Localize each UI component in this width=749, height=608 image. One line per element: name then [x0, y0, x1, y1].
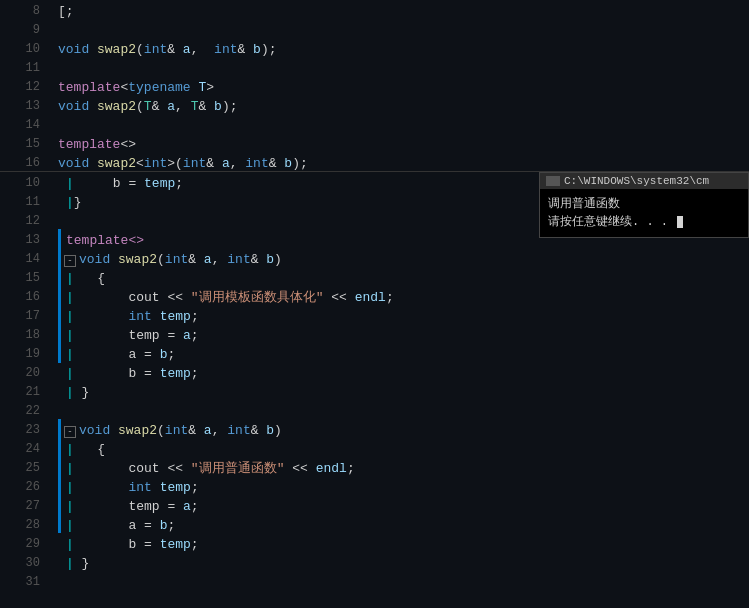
tok: ; [191, 537, 199, 552]
tok: temp [160, 309, 191, 324]
fold-icon-2[interactable]: - [64, 426, 76, 438]
tok: | [66, 309, 97, 324]
tok: temp [160, 480, 191, 495]
tok: a [183, 328, 191, 343]
code-line-b29: | b = temp; [50, 535, 749, 554]
tok: & [152, 99, 168, 114]
code-line-12: template<typename T> [58, 78, 749, 97]
ln-b24: 24 [0, 440, 40, 459]
tok: int [128, 480, 159, 495]
tok: | [66, 195, 74, 210]
tok: & [167, 42, 183, 57]
tok: & [199, 99, 215, 114]
tok: | [66, 537, 97, 552]
tok: "调用模板函数具体化" [191, 290, 324, 305]
ln-15: 15 [0, 135, 40, 154]
code-line-b22 [50, 402, 749, 421]
ln-b22: 22 [0, 402, 40, 421]
tok: <> [120, 137, 136, 152]
tok: ; [175, 176, 183, 191]
tok: T [144, 99, 152, 114]
tok [97, 480, 128, 495]
code-line-b20: | b = temp; [50, 364, 749, 383]
tok: ) [274, 252, 282, 267]
tok: ( [157, 252, 165, 267]
top-panel: 8 9 10 11 12 13 14 15 16 [; void swap2(i… [0, 0, 749, 172]
tok: a [167, 99, 175, 114]
tok: endl [355, 290, 386, 305]
ln-11: 11 [0, 59, 40, 78]
tok: int [183, 156, 206, 171]
ln-b10: 10 [0, 174, 40, 193]
tok: ; [386, 290, 394, 305]
tok: template [58, 80, 120, 95]
tok: int [128, 309, 159, 324]
tok: ); [261, 42, 277, 57]
tok: int [144, 42, 167, 57]
tok: { [97, 271, 105, 286]
tok: [ [58, 4, 66, 19]
code-line-b27: | temp = a; [50, 497, 749, 516]
ln-b13: 13 [0, 231, 40, 250]
code-line-14 [58, 116, 749, 135]
ln-b18: 18 [0, 326, 40, 345]
tok: endl [316, 461, 347, 476]
tok: ; [191, 499, 199, 514]
terminal-titlebar: C:\WINDOWS\system32\cm [540, 173, 748, 189]
code-line-b19: | a = b; [50, 345, 749, 364]
tok: , [212, 252, 228, 267]
tok: swap2 [97, 99, 136, 114]
ln-b14: 14 [0, 250, 40, 269]
tok: } [82, 556, 90, 571]
terminal-icon [546, 176, 560, 186]
tok: swap2 [118, 423, 157, 438]
tok: | [66, 442, 97, 457]
code-line-b16: | cout << "调用模板函数具体化" << endl; [50, 288, 749, 307]
ln-b12: 12 [0, 212, 40, 231]
code-line-b17: | int temp; [50, 307, 749, 326]
code-top: [; void swap2(int& a, int& b); template<… [50, 0, 749, 171]
ln-b28: 28 [0, 516, 40, 535]
tok: int [165, 252, 188, 267]
ln-13: 13 [0, 97, 40, 116]
tok: int [227, 252, 250, 267]
tok: & [188, 423, 204, 438]
tok: a [204, 423, 212, 438]
ln-b26: 26 [0, 478, 40, 497]
tok: ; [191, 309, 199, 324]
tok: << [323, 290, 354, 305]
tok: & [238, 42, 254, 57]
code-line-16: void swap2<int>(int& a, int& b); [58, 154, 749, 171]
ln-b23: 23 [0, 421, 40, 440]
tok: b [253, 42, 261, 57]
tok: template [58, 137, 120, 152]
tok: | [66, 290, 97, 305]
ln-8: 8 [0, 2, 40, 21]
tok: temp = [97, 328, 183, 343]
tok: temp [144, 176, 175, 191]
tok: | [66, 518, 97, 533]
tok: void [58, 42, 97, 57]
code-line-b21: | } [50, 383, 749, 402]
code-line-11 [58, 59, 749, 78]
tok: swap2 [97, 42, 136, 57]
tok: template<> [66, 233, 144, 248]
code-line-b18: | temp = a; [50, 326, 749, 345]
ln-10: 10 [0, 40, 40, 59]
code-line-b25: | cout << "调用普通函数" << endl; [50, 459, 749, 478]
ln-b21: 21 [0, 383, 40, 402]
tok: b = [97, 366, 159, 381]
tok: swap2 [97, 156, 136, 171]
bottom-panel: 10 11 12 13 14 15 16 17 18 19 20 21 22 2… [0, 172, 749, 608]
tok: "调用普通函数" [191, 461, 285, 476]
tok: ); [222, 99, 238, 114]
tok: int [245, 156, 268, 171]
tok: ( [136, 99, 144, 114]
code-line-b23: -void swap2(int& a, int& b) [50, 421, 749, 440]
tok: { [97, 442, 105, 457]
tok: | [66, 480, 97, 495]
tok: , [230, 156, 246, 171]
tok: | [66, 176, 97, 191]
tok: & [251, 252, 267, 267]
fold-icon-1[interactable]: - [64, 255, 76, 267]
